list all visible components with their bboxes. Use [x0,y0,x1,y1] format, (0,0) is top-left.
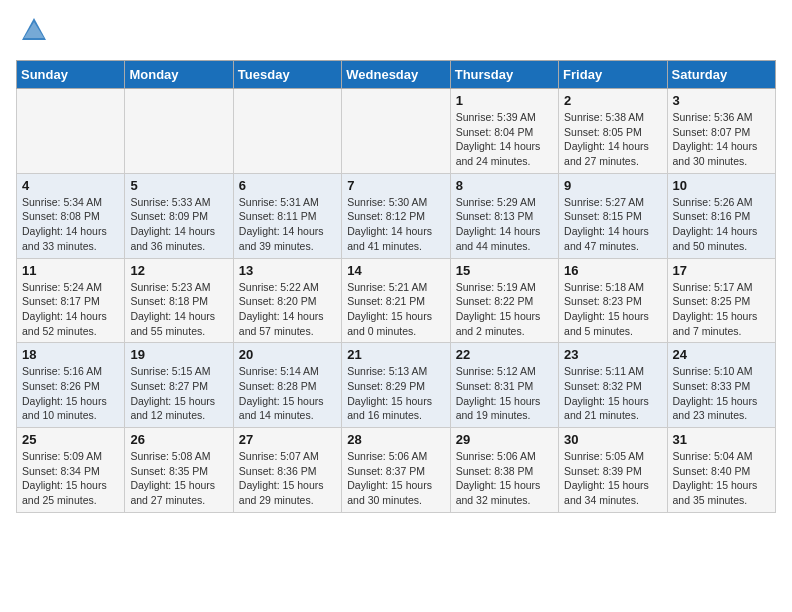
day-number: 8 [456,178,553,193]
day-info: Sunrise: 5:04 AM Sunset: 8:40 PM Dayligh… [673,449,770,508]
calendar-cell: 15Sunrise: 5:19 AM Sunset: 8:22 PM Dayli… [450,258,558,343]
calendar-cell: 5Sunrise: 5:33 AM Sunset: 8:09 PM Daylig… [125,173,233,258]
calendar-cell: 10Sunrise: 5:26 AM Sunset: 8:16 PM Dayli… [667,173,775,258]
day-number: 9 [564,178,661,193]
calendar-cell [342,89,450,174]
calendar-cell: 1Sunrise: 5:39 AM Sunset: 8:04 PM Daylig… [450,89,558,174]
day-of-week-header: Wednesday [342,61,450,89]
calendar-cell: 7Sunrise: 5:30 AM Sunset: 8:12 PM Daylig… [342,173,450,258]
day-info: Sunrise: 5:26 AM Sunset: 8:16 PM Dayligh… [673,195,770,254]
day-number: 16 [564,263,661,278]
day-number: 10 [673,178,770,193]
calendar-cell: 31Sunrise: 5:04 AM Sunset: 8:40 PM Dayli… [667,428,775,513]
day-number: 11 [22,263,119,278]
day-info: Sunrise: 5:23 AM Sunset: 8:18 PM Dayligh… [130,280,227,339]
day-info: Sunrise: 5:22 AM Sunset: 8:20 PM Dayligh… [239,280,336,339]
calendar-cell [233,89,341,174]
calendar-cell: 19Sunrise: 5:15 AM Sunset: 8:27 PM Dayli… [125,343,233,428]
day-number: 14 [347,263,444,278]
calendar-week-row: 4Sunrise: 5:34 AM Sunset: 8:08 PM Daylig… [17,173,776,258]
calendar-cell: 25Sunrise: 5:09 AM Sunset: 8:34 PM Dayli… [17,428,125,513]
day-number: 19 [130,347,227,362]
calendar-cell: 14Sunrise: 5:21 AM Sunset: 8:21 PM Dayli… [342,258,450,343]
calendar-cell: 29Sunrise: 5:06 AM Sunset: 8:38 PM Dayli… [450,428,558,513]
calendar-header-row: SundayMondayTuesdayWednesdayThursdayFrid… [17,61,776,89]
calendar-table: SundayMondayTuesdayWednesdayThursdayFrid… [16,60,776,513]
day-number: 25 [22,432,119,447]
day-of-week-header: Monday [125,61,233,89]
calendar-cell: 3Sunrise: 5:36 AM Sunset: 8:07 PM Daylig… [667,89,775,174]
day-of-week-header: Sunday [17,61,125,89]
day-number: 17 [673,263,770,278]
day-info: Sunrise: 5:12 AM Sunset: 8:31 PM Dayligh… [456,364,553,423]
calendar-cell: 22Sunrise: 5:12 AM Sunset: 8:31 PM Dayli… [450,343,558,428]
day-number: 24 [673,347,770,362]
day-of-week-header: Friday [559,61,667,89]
day-of-week-header: Saturday [667,61,775,89]
day-number: 4 [22,178,119,193]
day-info: Sunrise: 5:19 AM Sunset: 8:22 PM Dayligh… [456,280,553,339]
calendar-cell: 12Sunrise: 5:23 AM Sunset: 8:18 PM Dayli… [125,258,233,343]
day-info: Sunrise: 5:38 AM Sunset: 8:05 PM Dayligh… [564,110,661,169]
calendar-cell [17,89,125,174]
calendar-cell: 16Sunrise: 5:18 AM Sunset: 8:23 PM Dayli… [559,258,667,343]
day-info: Sunrise: 5:17 AM Sunset: 8:25 PM Dayligh… [673,280,770,339]
day-info: Sunrise: 5:06 AM Sunset: 8:37 PM Dayligh… [347,449,444,508]
day-number: 29 [456,432,553,447]
svg-marker-1 [24,22,44,38]
calendar-cell: 18Sunrise: 5:16 AM Sunset: 8:26 PM Dayli… [17,343,125,428]
day-number: 27 [239,432,336,447]
day-info: Sunrise: 5:29 AM Sunset: 8:13 PM Dayligh… [456,195,553,254]
day-info: Sunrise: 5:15 AM Sunset: 8:27 PM Dayligh… [130,364,227,423]
day-number: 30 [564,432,661,447]
calendar-cell: 6Sunrise: 5:31 AM Sunset: 8:11 PM Daylig… [233,173,341,258]
day-number: 13 [239,263,336,278]
day-number: 1 [456,93,553,108]
day-info: Sunrise: 5:36 AM Sunset: 8:07 PM Dayligh… [673,110,770,169]
calendar-cell: 21Sunrise: 5:13 AM Sunset: 8:29 PM Dayli… [342,343,450,428]
day-info: Sunrise: 5:24 AM Sunset: 8:17 PM Dayligh… [22,280,119,339]
day-info: Sunrise: 5:10 AM Sunset: 8:33 PM Dayligh… [673,364,770,423]
day-info: Sunrise: 5:31 AM Sunset: 8:11 PM Dayligh… [239,195,336,254]
calendar-cell: 20Sunrise: 5:14 AM Sunset: 8:28 PM Dayli… [233,343,341,428]
calendar-cell [125,89,233,174]
day-info: Sunrise: 5:39 AM Sunset: 8:04 PM Dayligh… [456,110,553,169]
logo [16,16,48,48]
day-info: Sunrise: 5:34 AM Sunset: 8:08 PM Dayligh… [22,195,119,254]
page-header [16,16,776,48]
day-of-week-header: Tuesday [233,61,341,89]
day-info: Sunrise: 5:05 AM Sunset: 8:39 PM Dayligh… [564,449,661,508]
calendar-cell: 4Sunrise: 5:34 AM Sunset: 8:08 PM Daylig… [17,173,125,258]
calendar-cell: 26Sunrise: 5:08 AM Sunset: 8:35 PM Dayli… [125,428,233,513]
calendar-week-row: 18Sunrise: 5:16 AM Sunset: 8:26 PM Dayli… [17,343,776,428]
day-info: Sunrise: 5:30 AM Sunset: 8:12 PM Dayligh… [347,195,444,254]
day-number: 5 [130,178,227,193]
day-info: Sunrise: 5:33 AM Sunset: 8:09 PM Dayligh… [130,195,227,254]
day-info: Sunrise: 5:14 AM Sunset: 8:28 PM Dayligh… [239,364,336,423]
day-number: 23 [564,347,661,362]
calendar-cell: 11Sunrise: 5:24 AM Sunset: 8:17 PM Dayli… [17,258,125,343]
day-info: Sunrise: 5:11 AM Sunset: 8:32 PM Dayligh… [564,364,661,423]
day-number: 31 [673,432,770,447]
calendar-week-row: 11Sunrise: 5:24 AM Sunset: 8:17 PM Dayli… [17,258,776,343]
day-number: 28 [347,432,444,447]
day-info: Sunrise: 5:16 AM Sunset: 8:26 PM Dayligh… [22,364,119,423]
day-number: 20 [239,347,336,362]
day-info: Sunrise: 5:21 AM Sunset: 8:21 PM Dayligh… [347,280,444,339]
day-number: 22 [456,347,553,362]
day-info: Sunrise: 5:27 AM Sunset: 8:15 PM Dayligh… [564,195,661,254]
calendar-week-row: 25Sunrise: 5:09 AM Sunset: 8:34 PM Dayli… [17,428,776,513]
day-info: Sunrise: 5:07 AM Sunset: 8:36 PM Dayligh… [239,449,336,508]
calendar-cell: 27Sunrise: 5:07 AM Sunset: 8:36 PM Dayli… [233,428,341,513]
calendar-cell: 23Sunrise: 5:11 AM Sunset: 8:32 PM Dayli… [559,343,667,428]
logo-icon [20,16,48,48]
day-info: Sunrise: 5:06 AM Sunset: 8:38 PM Dayligh… [456,449,553,508]
calendar-week-row: 1Sunrise: 5:39 AM Sunset: 8:04 PM Daylig… [17,89,776,174]
day-number: 26 [130,432,227,447]
calendar-cell: 9Sunrise: 5:27 AM Sunset: 8:15 PM Daylig… [559,173,667,258]
day-info: Sunrise: 5:13 AM Sunset: 8:29 PM Dayligh… [347,364,444,423]
day-info: Sunrise: 5:09 AM Sunset: 8:34 PM Dayligh… [22,449,119,508]
day-number: 12 [130,263,227,278]
day-of-week-header: Thursday [450,61,558,89]
day-info: Sunrise: 5:18 AM Sunset: 8:23 PM Dayligh… [564,280,661,339]
